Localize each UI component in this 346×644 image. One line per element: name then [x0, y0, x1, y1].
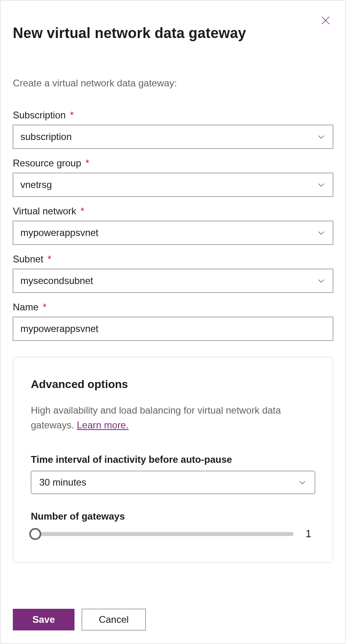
inactivity-select[interactable]: 30 minutes	[31, 471, 315, 494]
subscription-select[interactable]: subscription	[13, 125, 333, 149]
virtual-network-label-text: Virtual network	[13, 206, 76, 216]
chevron-down-icon	[317, 132, 326, 141]
field-gateways: Number of gateways 1	[31, 511, 315, 540]
inactivity-label: Time interval of inactivity before auto-…	[31, 454, 315, 465]
name-label-text: Name	[13, 302, 38, 312]
field-subnet: Subnet * mysecondsubnet	[13, 254, 333, 293]
footer: Save Cancel	[13, 609, 146, 630]
name-input[interactable]: mypowerappsvnet	[13, 317, 333, 341]
advanced-description: High availability and load balancing for…	[31, 403, 315, 432]
required-mark: *	[70, 110, 74, 120]
chevron-down-icon	[317, 180, 326, 189]
chevron-down-icon	[298, 478, 307, 487]
cancel-button[interactable]: Cancel	[82, 609, 146, 630]
virtual-network-value: mypowerappsvnet	[20, 227, 99, 238]
slider-thumb[interactable]	[29, 528, 41, 540]
field-virtual-network: Virtual network * mypowerappsvnet	[13, 206, 333, 245]
resource-group-select[interactable]: vnetrsg	[13, 173, 333, 197]
virtual-network-label: Virtual network *	[13, 206, 333, 217]
virtual-network-select[interactable]: mypowerappsvnet	[13, 221, 333, 245]
inactivity-value: 30 minutes	[39, 477, 86, 488]
required-mark: *	[48, 254, 51, 264]
close-button[interactable]	[319, 14, 332, 27]
gateways-value: 1	[306, 528, 315, 540]
name-value: mypowerappsvnet	[20, 323, 99, 334]
chevron-down-icon	[317, 228, 326, 237]
gateways-slider-row: 1	[31, 528, 315, 540]
field-name: Name * mypowerappsvnet	[13, 302, 333, 341]
gateways-slider[interactable]	[31, 532, 294, 536]
resource-group-label: Resource group *	[13, 158, 333, 169]
subnet-value: mysecondsubnet	[20, 275, 93, 286]
dialog-title: New virtual network data gateway	[13, 25, 333, 42]
subnet-label-text: Subnet	[13, 254, 43, 264]
field-subscription: Subscription * subscription	[13, 110, 333, 149]
field-resource-group: Resource group * vnetrsg	[13, 158, 333, 197]
chevron-down-icon	[317, 276, 326, 285]
subscription-label: Subscription *	[13, 110, 333, 121]
close-icon	[320, 15, 331, 26]
subscription-value: subscription	[20, 131, 72, 142]
resource-group-value: vnetrsg	[20, 179, 52, 190]
field-inactivity: Time interval of inactivity before auto-…	[31, 454, 315, 494]
subnet-label: Subnet *	[13, 254, 333, 265]
dialog-panel: New virtual network data gateway Create …	[0, 0, 346, 644]
required-mark: *	[43, 302, 46, 312]
resource-group-label-text: Resource group	[13, 158, 81, 168]
save-button[interactable]: Save	[13, 609, 74, 630]
name-label: Name *	[13, 302, 333, 313]
learn-more-link[interactable]: Learn more.	[77, 420, 129, 430]
advanced-options: Advanced options High availability and l…	[13, 357, 333, 563]
gateways-label: Number of gateways	[31, 511, 315, 522]
required-mark: *	[80, 206, 84, 216]
advanced-title: Advanced options	[31, 378, 315, 391]
subnet-select[interactable]: mysecondsubnet	[13, 269, 333, 293]
subscription-label-text: Subscription	[13, 110, 66, 120]
dialog-subtitle: Create a virtual network data gateway:	[13, 78, 333, 89]
required-mark: *	[85, 158, 89, 168]
advanced-description-text: High availability and load balancing for…	[31, 405, 281, 430]
